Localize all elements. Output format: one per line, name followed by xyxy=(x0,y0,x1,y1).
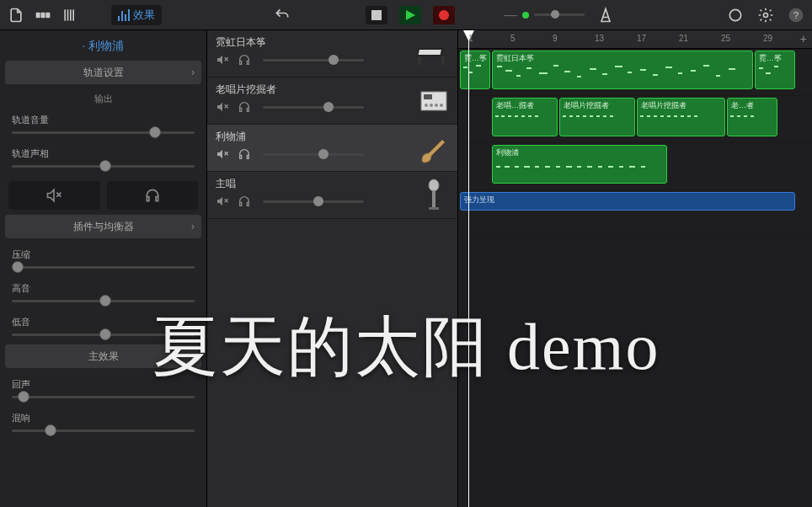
keyboard-instrument-icon xyxy=(417,37,451,71)
track-row[interactable]: 利物浦 xyxy=(207,125,457,172)
reverb-slider[interactable] xyxy=(12,430,195,432)
bass-guitar-icon xyxy=(417,131,451,165)
treble-param: 高音 xyxy=(0,277,206,311)
equalizer-icon xyxy=(118,9,130,21)
track-volume-slider[interactable] xyxy=(263,200,364,203)
help-icon[interactable]: ? xyxy=(787,6,805,24)
stop-button[interactable] xyxy=(366,6,387,24)
svg-rect-18 xyxy=(424,94,432,99)
play-button[interactable] xyxy=(399,6,421,24)
track-volume-slider[interactable] xyxy=(263,106,364,109)
timeline-lane[interactable]: 强力呈现 xyxy=(458,190,812,237)
svg-rect-14 xyxy=(419,50,441,55)
fx-label: 效果 xyxy=(133,8,155,23)
svg-point-8 xyxy=(439,10,449,20)
mute-icon[interactable] xyxy=(216,195,229,208)
mute-icon[interactable] xyxy=(216,53,229,67)
track-settings-sidebar: · 利物浦 轨道设置 › 输出 轨道音量 轨道声相 插件与均衡器 › 压缩 xyxy=(0,30,207,507)
compress-slider[interactable] xyxy=(12,266,195,269)
svg-point-10 xyxy=(764,13,768,17)
track-volume-slider[interactable] xyxy=(263,59,364,61)
track-row[interactable]: 主唱 xyxy=(207,172,457,219)
svg-rect-1 xyxy=(41,12,45,18)
timeline[interactable]: 1 5 9 13 17 21 25 29 + 霓…筝 霓虹日本筝 霓…筝 老唱…… xyxy=(458,30,812,507)
svg-rect-25 xyxy=(429,207,439,210)
headphones-icon[interactable] xyxy=(238,147,251,161)
playhead-line[interactable] xyxy=(468,30,469,507)
track-volume-slider[interactable] xyxy=(263,153,364,156)
loop-icon[interactable] xyxy=(726,6,745,24)
audio-region[interactable]: 强力呈现 xyxy=(460,192,795,211)
bass-param: 低音 xyxy=(0,311,206,344)
main-area: · 利物浦 轨道设置 › 输出 轨道音量 轨道声相 插件与均衡器 › 压缩 xyxy=(0,30,812,507)
svg-rect-5 xyxy=(70,9,72,20)
chevron-right-icon: › xyxy=(191,67,195,78)
svg-rect-0 xyxy=(36,12,40,18)
svg-point-19 xyxy=(425,104,428,107)
timeline-lane[interactable]: 霓…筝 霓虹日本筝 霓…筝 xyxy=(458,49,812,96)
svg-point-21 xyxy=(435,104,438,107)
midi-region[interactable]: 霓…筝 xyxy=(460,51,490,89)
my-songs-icon[interactable] xyxy=(7,6,25,24)
selected-track-name: · 利物浦 xyxy=(0,30,206,61)
midi-region[interactable]: 霓…筝 xyxy=(755,51,795,89)
timeline-lane[interactable]: 利物浦 xyxy=(458,143,812,190)
track-row[interactable]: 老唱片挖掘者 xyxy=(207,77,457,125)
headphones-icon[interactable] xyxy=(238,100,251,114)
metronome-icon[interactable] xyxy=(596,6,615,24)
tracks-icon[interactable] xyxy=(61,6,79,24)
fx-button[interactable]: 效果 xyxy=(111,5,162,25)
headphones-icon[interactable] xyxy=(238,195,251,208)
midi-region[interactable]: 老唱…掘者 xyxy=(492,98,558,136)
drum-machine-icon xyxy=(417,84,451,118)
svg-rect-4 xyxy=(67,9,69,20)
master-volume-slider[interactable] xyxy=(534,13,585,16)
track-row[interactable]: 霓虹日本筝 xyxy=(207,30,457,77)
svg-rect-15 xyxy=(418,56,421,65)
timeline-lane[interactable]: 老唱…掘者 老唱片挖掘者 老唱片挖掘者 老…者 xyxy=(458,96,812,143)
svg-rect-6 xyxy=(72,9,74,20)
bass-slider[interactable] xyxy=(12,334,195,336)
midi-region[interactable]: 霓虹日本筝 xyxy=(492,51,753,89)
bar-ruler[interactable]: 1 5 9 13 17 21 25 29 + xyxy=(458,30,812,49)
svg-point-22 xyxy=(440,104,443,107)
mute-icon[interactable] xyxy=(216,100,229,114)
record-button[interactable] xyxy=(433,6,455,24)
top-toolbar: 效果 — ? xyxy=(0,0,812,30)
track-volume-slider[interactable] xyxy=(12,131,195,134)
echo-param: 回声 xyxy=(0,373,206,407)
master-fx-header[interactable]: 主效果 › xyxy=(5,344,201,368)
midi-region[interactable]: 老唱片挖掘者 xyxy=(559,98,635,136)
mute-icon[interactable] xyxy=(216,147,229,161)
reverb-param: 混响 xyxy=(0,407,206,440)
track-settings-header[interactable]: 轨道设置 › xyxy=(5,61,201,84)
mute-button[interactable] xyxy=(8,181,100,210)
level-indicator-icon xyxy=(522,12,529,19)
svg-rect-3 xyxy=(64,9,66,20)
midi-region[interactable]: 利物浦 xyxy=(492,145,667,184)
add-section-icon[interactable]: + xyxy=(800,32,807,45)
plugins-eq-header[interactable]: 插件与均衡器 › xyxy=(5,215,201,238)
midi-region[interactable]: 老唱片挖掘者 xyxy=(637,98,725,136)
browser-icon[interactable] xyxy=(34,6,52,24)
track-list: 霓虹日本筝 老唱片挖掘者 利物浦 xyxy=(207,30,458,507)
svg-rect-24 xyxy=(432,190,435,207)
headphones-icon[interactable] xyxy=(238,53,251,67)
svg-rect-7 xyxy=(371,10,382,20)
svg-text:?: ? xyxy=(793,9,799,20)
track-volume-param: 轨道音量 xyxy=(0,109,206,142)
svg-point-20 xyxy=(430,104,433,107)
midi-region[interactable]: 老…者 xyxy=(727,98,777,136)
svg-rect-2 xyxy=(45,12,50,18)
chevron-right-icon: › xyxy=(191,221,195,232)
output-label: 输出 xyxy=(0,89,206,109)
solo-headphones-button[interactable] xyxy=(107,181,199,210)
settings-icon[interactable] xyxy=(756,6,775,24)
undo-icon[interactable] xyxy=(273,6,291,24)
track-pan-slider[interactable] xyxy=(12,165,195,168)
master-volume[interactable]: — xyxy=(504,8,585,23)
echo-slider[interactable] xyxy=(12,396,195,398)
treble-slider[interactable] xyxy=(12,300,195,302)
track-pan-param: 轨道声相 xyxy=(0,142,206,176)
microphone-icon xyxy=(417,179,451,212)
